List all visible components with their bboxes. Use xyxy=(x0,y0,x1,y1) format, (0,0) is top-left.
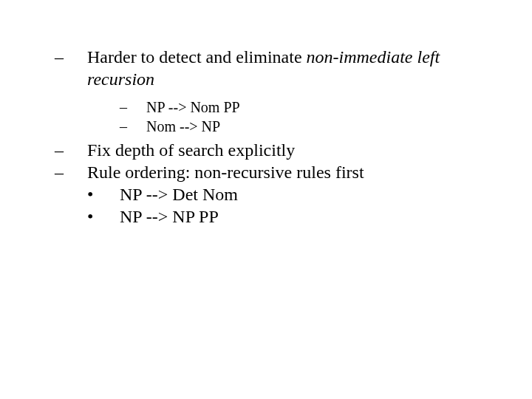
bullet-text: NP --> Nom PP xyxy=(146,99,240,115)
bullet-icon: • xyxy=(103,205,120,228)
bullet-harder-detect: –Harder to detect and eliminate non-imme… xyxy=(71,46,486,90)
dash-icon: – xyxy=(133,98,146,117)
sub-bullet-np-nom-pp: –NP --> Nom PP xyxy=(133,98,532,117)
sub-bullet-np-det-nom: •NP --> Det Nom xyxy=(103,183,532,205)
bullet-text: Nom --> NP xyxy=(146,118,220,134)
bullet-text: Fix depth of search explicitly xyxy=(87,140,295,160)
bullet-icon: • xyxy=(103,183,120,205)
dash-icon: – xyxy=(71,161,87,183)
sub-bullet-np-np-pp: •NP --> NP PP xyxy=(103,205,532,228)
bullet-text: Harder to detect and eliminate xyxy=(87,47,307,66)
bullet-rule-ordering: –Rule ordering: non-recursive rules firs… xyxy=(71,161,486,183)
bullet-fix-depth: –Fix depth of search explicitly xyxy=(71,139,486,161)
dash-icon: – xyxy=(133,117,146,136)
bullet-text: NP --> NP PP xyxy=(120,207,219,226)
bullet-text: Rule ordering: non-recursive rules first xyxy=(87,163,364,182)
dash-icon: – xyxy=(71,139,87,161)
slide-body: –Harder to detect and eliminate non-imme… xyxy=(0,0,532,399)
sub-bullet-nom-np: –Nom --> NP xyxy=(133,117,532,136)
dash-icon: – xyxy=(71,46,87,68)
bullet-text: NP --> Det Nom xyxy=(120,185,238,204)
